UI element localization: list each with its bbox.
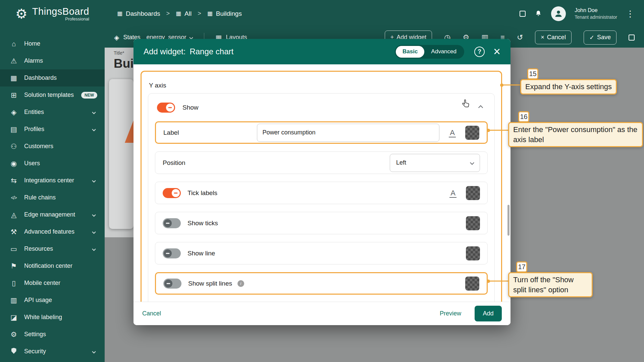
- add-button[interactable]: Add: [475, 306, 502, 321]
- position-select-value: Left: [396, 159, 406, 166]
- sidebar-item-solution-templates[interactable]: ⊞ Solution templates NEW: [0, 86, 105, 104]
- users-icon: ◉: [9, 160, 19, 168]
- annotation-connector-line: [489, 130, 508, 131]
- tick-labels-toggle[interactable]: [163, 188, 181, 198]
- sidebar-item-settings[interactable]: ⚙ Settings: [0, 326, 105, 343]
- dialog-scrollbar[interactable]: [507, 205, 509, 236]
- split-lines-color-swatch[interactable]: [465, 277, 479, 291]
- avatar[interactable]: [551, 6, 566, 21]
- info-icon[interactable]: i: [237, 280, 244, 287]
- tab-advanced[interactable]: Advanced: [424, 46, 463, 58]
- show-split-lines-toggle[interactable]: [163, 279, 181, 289]
- dashboard-edit-panel: Title* Bui: [105, 48, 133, 237]
- help-icon[interactable]: ?: [474, 47, 485, 57]
- user-role: Tenant administrator: [575, 14, 617, 20]
- fullscreen-icon[interactable]: [629, 35, 635, 41]
- sidebar-item-resources[interactable]: ▭ Resources: [0, 240, 105, 257]
- shield-icon: [9, 348, 19, 356]
- sidebar-item-advanced-features[interactable]: ⚒ Advanced features: [0, 223, 105, 240]
- sidebar-item-edge-management[interactable]: ◬ Edge management: [0, 206, 105, 223]
- sidebar-item-label: Solution templates: [24, 92, 74, 99]
- sidebar-item-home[interactable]: ⌂ Home: [0, 35, 105, 52]
- sidebar-item-label: Customers: [24, 143, 53, 150]
- settings-gear-icon: ⚙: [9, 330, 19, 339]
- sidebar-item-security[interactable]: Security: [0, 343, 105, 360]
- sidebar-item-alarms[interactable]: ⚠ Alarms: [0, 52, 105, 69]
- font-settings-icon[interactable]: A: [446, 128, 459, 137]
- logo-icon: ⚙: [15, 6, 28, 21]
- sidebar-item-customers[interactable]: ⚇ Customers: [0, 138, 105, 155]
- grid-icon: ▦: [207, 10, 213, 17]
- dialog-cancel-button[interactable]: Cancel: [142, 310, 161, 317]
- notifications-bell-icon[interactable]: [534, 10, 542, 18]
- chevron-down-icon: [470, 161, 474, 165]
- show-line-toggle[interactable]: [163, 248, 181, 258]
- breadcrumb-dashboards[interactable]: ▦ Dashboards: [117, 10, 160, 17]
- breadcrumb-all[interactable]: ▦ All: [176, 10, 192, 17]
- sidebar-item-label: Advanced features: [24, 228, 74, 235]
- tick-labels-color-swatch[interactable]: [466, 186, 480, 200]
- ticks-color-swatch[interactable]: [466, 216, 480, 230]
- sidebar-item-mobile-center[interactable]: ▯ Mobile center: [0, 275, 105, 292]
- dialog-title-name: Range chart: [190, 47, 233, 56]
- tab-basic[interactable]: Basic: [396, 46, 424, 58]
- sidebar-item-label: Home: [24, 40, 40, 47]
- annotation-connector-line: [502, 84, 520, 85]
- show-line-row: Show line: [155, 242, 488, 264]
- breadcrumb-label: Dashboards: [126, 10, 160, 17]
- profiles-icon: ▤: [9, 125, 19, 133]
- breadcrumb-separator: >: [198, 10, 201, 17]
- dialog-footer: Cancel Preview Add: [133, 302, 511, 325]
- close-icon[interactable]: ×: [493, 46, 500, 58]
- chevron-down-icon: [92, 247, 96, 251]
- y-axis-section-title: Y axis: [149, 82, 166, 89]
- sidebar-item-users[interactable]: ◉ Users: [0, 155, 105, 172]
- y-axis-section-highlight: Y axis Show Label A Position: [141, 71, 502, 325]
- preview-button[interactable]: Preview: [440, 310, 461, 317]
- show-line-label: Show line: [187, 250, 215, 257]
- add-widget-dialog: Add widget: Range chart Basic Advanced ?…: [133, 39, 511, 325]
- api-usage-icon: ▥: [9, 296, 19, 304]
- y-axis-settings-card: Show Label A Position Left: [148, 93, 495, 325]
- sidebar-item-api-usage[interactable]: ▥ API usage: [0, 292, 105, 309]
- font-settings-icon[interactable]: A: [447, 189, 459, 197]
- dialog-body: Y axis Show Label A Position: [133, 64, 511, 325]
- cancel-edit-button[interactable]: × Cancel: [535, 31, 572, 44]
- app-logo[interactable]: ⚙ ThingsBoard Professional: [0, 6, 105, 21]
- rule-chains-icon: </>: [9, 195, 19, 200]
- sidebar-item-white-labeling[interactable]: ◪ White labeling: [0, 309, 105, 326]
- collapse-chevron-icon[interactable]: [478, 105, 483, 110]
- sidebar-item-notification-center[interactable]: ⚑ Notification center: [0, 257, 105, 275]
- annotation-callout: Expand the Y-axis settings: [520, 79, 617, 95]
- sidebar-item-rule-chains[interactable]: </> Rule chains: [0, 189, 105, 206]
- save-button[interactable]: ✓ Save: [584, 31, 616, 45]
- entities-icon: ◈: [9, 108, 19, 116]
- resources-folder-icon: ▭: [9, 245, 19, 253]
- fullscreen-icon[interactable]: [520, 11, 526, 17]
- sidebar-item-dashboards[interactable]: ▦ Dashboards: [0, 69, 105, 86]
- show-label: Show: [182, 104, 199, 111]
- position-select[interactable]: Left: [390, 154, 480, 172]
- sidebar-item-integrations-center[interactable]: ⇆ Integrations center: [0, 172, 105, 189]
- show-ticks-toggle[interactable]: [163, 218, 181, 228]
- line-color-swatch[interactable]: [466, 246, 480, 260]
- show-split-lines-label: Show split lines: [188, 280, 232, 287]
- kebab-menu-icon[interactable]: ⋮: [626, 9, 635, 18]
- show-ticks-row: Show ticks: [155, 212, 488, 234]
- label-color-swatch[interactable]: [465, 126, 479, 140]
- close-icon: ×: [541, 34, 544, 41]
- sidebar-item-entities[interactable]: ◈ Entities: [0, 104, 105, 121]
- grid-icon: ▦: [117, 10, 122, 17]
- show-split-lines-row: Show split lines i: [155, 272, 488, 295]
- tick-labels-row: Tick labels A: [155, 182, 488, 204]
- axis-label-input[interactable]: [257, 124, 440, 142]
- version-history-icon[interactable]: ↺: [517, 33, 523, 42]
- breadcrumb-buildings[interactable]: ▦ Buildings: [207, 10, 242, 17]
- mobile-icon: ▯: [9, 279, 19, 287]
- show-toggle[interactable]: [157, 103, 175, 113]
- grid-icon: ▦: [176, 10, 181, 17]
- sidebar-item-label: Settings: [24, 331, 46, 338]
- dialog-title-prefix: Add widget:: [144, 47, 185, 56]
- sidebar-item-profiles[interactable]: ▤ Profiles: [0, 121, 105, 138]
- annotation-step-number: 15: [527, 68, 538, 79]
